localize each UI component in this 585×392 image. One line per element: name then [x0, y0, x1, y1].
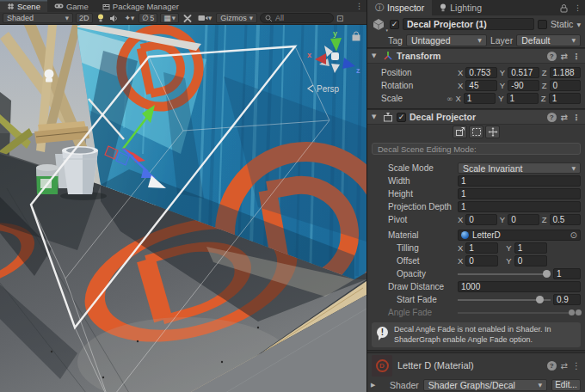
opacity-slider[interactable] [458, 268, 551, 279]
scale-z-field[interactable]: 1 [549, 93, 581, 104]
rotation-x-field[interactable]: 45 [465, 80, 497, 91]
pivot-z-field[interactable]: 0.5 [550, 214, 582, 225]
height-field[interactable]: 1 [458, 188, 581, 199]
kebab-icon[interactable]: ⋮ [572, 361, 581, 371]
scene-tabbar: Scene Game Package Manager ⋮ [0, 0, 366, 12]
axis-x: X [458, 215, 463, 224]
help-icon[interactable]: ? [547, 113, 557, 122]
projection-depth-field[interactable]: 1 [458, 201, 581, 212]
pivot-row: Pivot X0 Y0 Z0.5 [367, 213, 585, 226]
position-x-field[interactable]: 0.753 [465, 67, 497, 78]
kebab-icon[interactable]: ⋮ [352, 0, 366, 12]
width-row: Width 1 [367, 175, 585, 187]
help-icon[interactable]: ? [547, 52, 557, 61]
tab-package-manager[interactable]: Package Manager [95, 0, 186, 12]
pivot-x-field[interactable]: 0 [465, 214, 497, 225]
layer-dropdown[interactable]: Default ▼ [516, 34, 581, 46]
edit-scale-mode-button[interactable] [453, 126, 467, 138]
component-enabled-checkbox[interactable]: ✓ [397, 113, 406, 122]
kebab-icon[interactable]: ⋮ [572, 52, 581, 61]
scene-audio-toggle[interactable] [108, 15, 120, 22]
axis-x: X [458, 68, 463, 77]
shader-row: ▶ Shader Shader Graphs/Decal ▼ Edit... [367, 377, 585, 392]
light-gizmo-icon[interactable] [45, 70, 54, 83]
preset-icon[interactable]: ⇄ [561, 113, 568, 122]
start-fade-row: Start Fade 0.9 [367, 293, 585, 306]
start-fade-slider[interactable] [458, 294, 551, 305]
static-flags-dropdown[interactable]: ▼ [576, 21, 581, 28]
scale-x-field[interactable]: 1 [464, 93, 496, 104]
tab-label: Package Manager [113, 2, 179, 11]
active-checkbox[interactable]: ✓ [390, 20, 399, 29]
tilling-x-field[interactable]: 1 [465, 242, 498, 254]
axis-y: Y [506, 243, 511, 253]
tag-label: Tag [388, 35, 403, 46]
camera-settings-dropdown[interactable]: ▼ [196, 15, 213, 21]
tag-dropdown[interactable]: Untagged ▼ [406, 34, 487, 46]
foldout-icon[interactable]: ▶ [371, 382, 379, 389]
2d-toggle-button[interactable]: 2D [76, 13, 93, 23]
tab-lighting[interactable]: Lighting [432, 0, 490, 15]
scene-grid-icon [7, 3, 15, 10]
shader-edit-button[interactable]: Edit... [551, 379, 581, 391]
foldout-icon[interactable]: ▼ [372, 113, 379, 120]
rotation-z-field[interactable]: 0 [550, 80, 582, 91]
tab-game[interactable]: Game [47, 0, 95, 12]
gameobject-name-field[interactable]: Decal Projector (1) [403, 18, 534, 30]
component-tools-button[interactable] [182, 15, 194, 22]
scene-search-input[interactable]: All [260, 13, 334, 23]
object-picker-icon[interactable]: ⊙ [570, 230, 577, 240]
pick-object-icon[interactable]: ⊡ [336, 14, 343, 23]
gameobject-icon-dropdown[interactable]: ▾ [372, 18, 386, 31]
start-fade-value-field[interactable]: 0.9 [553, 294, 581, 305]
static-checkbox[interactable] [538, 20, 547, 29]
scene-viewport[interactable]: y x z Persp [0, 25, 366, 392]
grid-snap-dropdown[interactable]: ▦ ▼ [160, 13, 179, 23]
foldout-icon[interactable]: ▼ [372, 52, 379, 59]
tab-scene[interactable]: Scene [0, 0, 47, 12]
decal-projector-header[interactable]: ▼ ✓ Decal Projector ? ⇄ ⋮ [367, 109, 585, 125]
offset-x-field[interactable]: 0 [465, 255, 498, 266]
help-icon[interactable]: ? [547, 361, 557, 371]
material-value: LetterD [472, 230, 501, 240]
preset-icon[interactable]: ⇄ [561, 361, 568, 371]
scene-effects-dropdown[interactable]: ✦ ▼ [123, 14, 137, 22]
effects-icon: ✦ [125, 14, 132, 22]
package-icon [102, 3, 110, 10]
position-z-field[interactable]: 1.188 [550, 67, 582, 78]
position-y-field[interactable]: 0.517 [508, 67, 539, 78]
transform-header[interactable]: ▼ Transform ? ⇄ ⋮ [367, 48, 585, 64]
scale-row: Scale ∞ X1 Y1 Z1 [367, 92, 585, 105]
shading-mode-dropdown[interactable]: Shaded ▼ [3, 13, 73, 23]
axis-x: X [458, 81, 463, 90]
rotation-y-field[interactable]: -90 [508, 80, 539, 91]
shader-dropdown[interactable]: Shader Graphs/Decal ▼ [423, 379, 547, 391]
kebab-icon[interactable]: ⋮ [572, 113, 581, 122]
decal-projector-icon [383, 112, 393, 122]
pivot-y-field[interactable]: 0 [508, 214, 539, 225]
axis-y: Y [500, 81, 505, 90]
draw-distance-field[interactable]: 1000 [458, 281, 581, 292]
material-object-field[interactable]: LetterD ⊙ [458, 230, 581, 241]
tab-inspector[interactable]: ⓘ Inspector [367, 0, 432, 15]
scene-visibility-button[interactable]: ∅ 5 [139, 13, 157, 23]
grid-icon: ▦ [163, 14, 171, 22]
scene-lighting-toggle[interactable] [95, 14, 106, 22]
offset-y-field[interactable]: 0 [514, 255, 547, 266]
opacity-value-field[interactable]: 1 [553, 268, 581, 279]
camera-icon [198, 15, 208, 21]
scale-mode-dropdown[interactable]: Scale Invariant ▼ [458, 162, 581, 174]
lock-icon[interactable] [559, 3, 569, 13]
material-preview-header[interactable]: D Letter D (Material) ? ⇄ ⋮ [367, 353, 585, 377]
persp-label[interactable]: Persp [317, 84, 340, 94]
tilling-y-field[interactable]: 1 [514, 242, 547, 254]
link-scale-icon[interactable]: ∞ [446, 95, 453, 103]
gizmos-dropdown[interactable]: Gizmos ▼ [216, 13, 257, 23]
width-field[interactable]: 1 [458, 175, 581, 187]
hidden-count: 5 [150, 14, 154, 22]
scale-y-field[interactable]: 1 [507, 93, 539, 104]
edit-pivot-mode-button[interactable] [485, 126, 500, 138]
kebab-icon[interactable]: ⋮ [570, 0, 585, 15]
preset-icon[interactable]: ⇄ [561, 52, 568, 61]
edit-crop-mode-button[interactable] [469, 126, 483, 138]
